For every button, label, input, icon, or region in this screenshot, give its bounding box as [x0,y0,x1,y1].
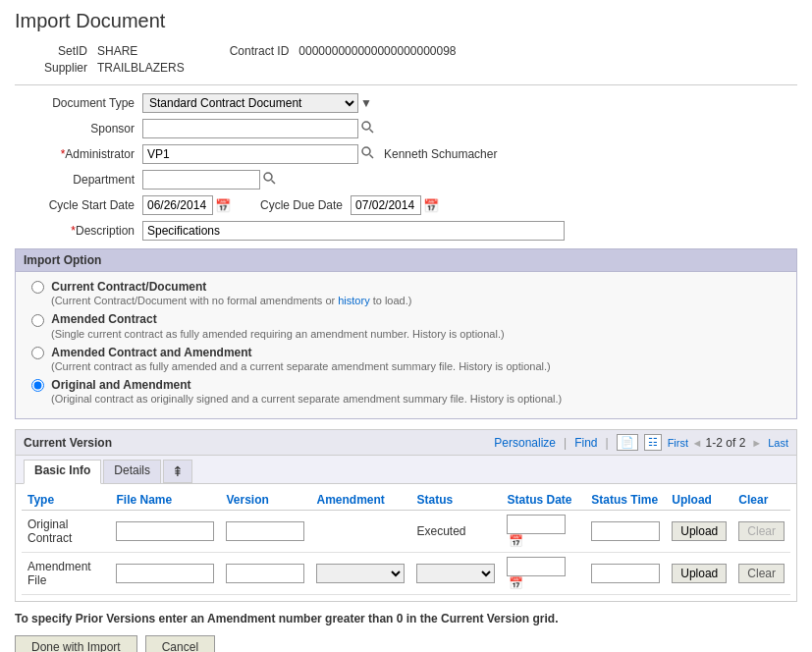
row2-clear-button[interactable]: Clear [738,564,785,583]
cycle-due-label: Cycle Due Date [260,198,351,212]
import-label-1[interactable]: Current Contract/Document [51,280,206,294]
row1-clear-button[interactable]: Clear [738,521,785,541]
tab-extra-icon[interactable]: ⇞ [163,460,192,483]
supplier-label: Supplier [15,61,93,75]
row2-status-date-input[interactable] [507,557,566,576]
import-option-section: Import Option Current Contract/Document … [15,248,797,419]
contract-id-value: 000000000000000000000098 [298,44,456,58]
table-row: Amendment File [22,553,790,595]
import-radio-1[interactable] [31,281,44,294]
setid-label: SetID [15,44,93,58]
import-label-3[interactable]: Amended Contract and Amendment [51,346,251,359]
import-radio-4[interactable] [31,379,44,392]
contract-id-label: Contract ID [216,44,295,58]
row2-status-time-cell [585,553,666,595]
import-radio-3[interactable] [31,347,44,359]
row2-version-cell [220,553,310,595]
row2-status-cell [410,553,501,595]
col-clear: Clear [732,490,790,511]
cycle-dates-row: Cycle Start Date 📅 Cycle Due Date 📅 [15,195,797,215]
dept-label: Department [15,173,142,187]
desc-input[interactable] [142,221,565,241]
import-label-4[interactable]: Original and Amendment [51,378,190,392]
row1-status-time-cell [585,511,666,553]
admin-row: Administrator Kenneth Schumacher [15,144,797,164]
current-version-section: Current Version Personalize | Find | 📄 ☷… [15,429,797,602]
cycle-due-input[interactable] [351,195,421,215]
col-status-time: Status Time [585,490,666,511]
svg-line-5 [272,180,276,184]
current-version-header: Current Version Personalize | Find | 📄 ☷… [16,430,796,456]
import-desc-1: (Current Contract/Document with no forma… [51,295,781,306]
col-status-date: Status Date [501,490,585,511]
col-status: Status [410,490,501,511]
page-title: Import Document [15,10,797,32]
row1-status-date-cell: 📅 [501,511,585,553]
header-info: SetID SHARE Contract ID 0000000000000000… [15,44,797,75]
svg-point-4 [264,173,272,181]
import-radio-2[interactable] [31,314,44,327]
row2-filename-cell [110,553,220,595]
done-with-import-button[interactable]: Done with Import [15,635,137,652]
admin-input[interactable] [142,144,358,164]
table-row: Original Contract Executed 📅 [22,511,790,553]
version-table: Type File Name Version Amendment Status … [22,490,790,595]
import-label-2[interactable]: Amended Contract [51,312,156,326]
svg-point-0 [362,122,370,130]
find-link[interactable]: Find [574,436,597,450]
first-nav-btn[interactable]: First [668,437,688,449]
row2-upload-button[interactable]: Upload [672,564,727,583]
row1-calendar-icon[interactable]: 📅 [509,534,523,548]
row2-status-select[interactable] [416,564,495,583]
row1-upload-button[interactable]: Upload [672,521,727,541]
row2-upload-cell: Upload [666,553,732,595]
tab-basic-info[interactable]: Basic Info [24,460,101,484]
row1-status-date-input[interactable] [507,515,566,534]
doc-type-label: Document Type [15,96,142,110]
dept-row: Department [15,170,797,190]
row1-filename-cell [110,511,220,553]
row2-clear-cell: Clear [732,553,790,595]
cycle-due-calendar-icon[interactable]: 📅 [423,198,439,213]
cycle-start-label: Cycle Start Date [15,198,142,212]
doc-type-row: Document Type Standard Contract Document… [15,93,797,113]
view-icon[interactable]: 📄 [617,434,638,451]
sponsor-input[interactable] [142,119,358,138]
col-type: Type [22,490,110,511]
doc-type-select[interactable]: Standard Contract Document [142,93,358,113]
row1-version-input[interactable] [226,521,304,541]
dept-input[interactable] [142,170,260,190]
dept-lookup-icon[interactable] [262,171,278,190]
row2-type: Amendment File [22,553,110,595]
row2-filename-input[interactable] [116,564,214,583]
row2-amendment-select[interactable] [316,564,405,583]
cycle-start-input[interactable] [142,195,213,215]
svg-line-1 [370,129,374,133]
row2-version-input[interactable] [226,564,304,583]
history-link[interactable]: history [338,295,369,306]
row1-type: Original Contract [22,511,110,553]
grid-icon[interactable]: ☷ [644,434,662,451]
last-nav-btn[interactable]: Last [768,437,788,449]
action-buttons: Done with Import Cancel [15,635,797,652]
cycle-start-calendar-icon[interactable]: 📅 [215,198,231,213]
supplier-value: TRAILBLAZERS [97,61,185,75]
import-option-4: Original and Amendment (Original contrac… [31,378,781,405]
row1-status-time-input[interactable] [591,521,660,541]
desc-row: Description [15,221,797,241]
sponsor-lookup-icon[interactable] [360,120,376,138]
setid-value: SHARE [97,44,137,58]
table-section: Type File Name Version Amendment Status … [16,484,796,601]
admin-full-name: Kenneth Schumacher [384,147,497,161]
row1-filename-input[interactable] [116,521,214,541]
cancel-button[interactable]: Cancel [145,635,215,652]
row2-calendar-icon[interactable]: 📅 [509,576,523,590]
import-option-body: Current Contract/Document (Current Contr… [16,272,796,418]
personalize-link[interactable]: Personalize [494,436,556,450]
tabs-bar: Basic Info Details ⇞ [16,456,796,484]
tab-details[interactable]: Details [103,460,161,483]
import-option-2: Amended Contract (Single current contrac… [31,312,781,339]
admin-lookup-icon[interactable] [360,145,376,164]
row2-status-time-input[interactable] [591,564,660,583]
form-section: Document Type Standard Contract Document… [15,93,797,241]
